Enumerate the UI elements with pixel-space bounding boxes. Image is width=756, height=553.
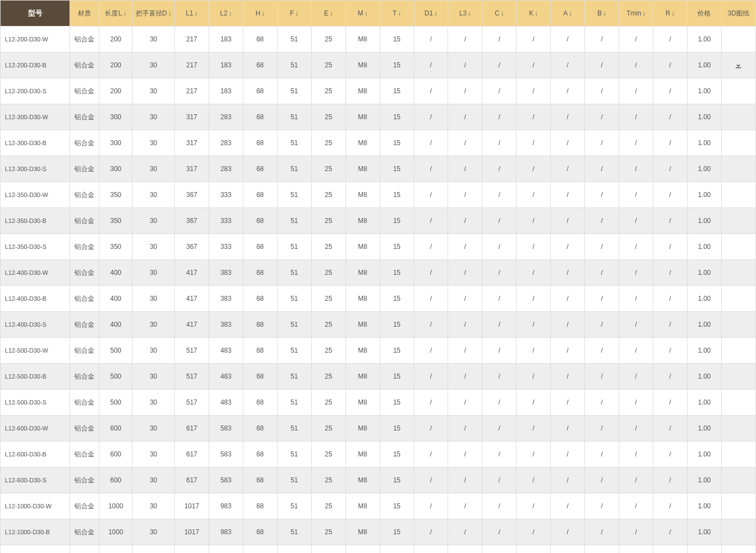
sort-down-icon: ↓	[329, 9, 333, 17]
table-row[interactable]: L12-400-D30-S铝合金40030417383685125M815///…	[1, 312, 756, 338]
table-row[interactable]: L12-1000-D30-B铝合金1000301017983685125M815…	[1, 519, 756, 545]
cell-material: 铝合金	[70, 286, 99, 312]
col-header-h[interactable]: H↓	[243, 1, 277, 26]
col-header-length[interactable]: 长度L↓	[99, 1, 132, 26]
col-header-r[interactable]: R↓	[653, 1, 687, 26]
col-header-t[interactable]: T↓	[380, 1, 414, 26]
table-row[interactable]: L12-300-D30-W铝合金30030317283685125M815///…	[1, 104, 756, 130]
cell-Tmin: /	[619, 286, 653, 312]
cell-B: /	[585, 156, 619, 182]
col-header-a[interactable]: A↓	[551, 1, 585, 26]
cell-L1: 217	[175, 26, 209, 52]
cell-E: 25	[311, 234, 345, 260]
col-header-b[interactable]: B↓	[585, 1, 619, 26]
cell-L1: 317	[175, 104, 209, 130]
table-row[interactable]: L12-500-D30-B铝合金50030517483685125M815///…	[1, 364, 756, 390]
table-row[interactable]: L12-400-D30-B铝合金40030417383685125M815///…	[1, 286, 756, 312]
table-row[interactable]: L12-300-D30-B铝合金30030317283685125M815///…	[1, 130, 756, 156]
sort-down-icon: ↓	[364, 9, 368, 17]
cell-download[interactable]	[721, 52, 755, 78]
table-row[interactable]: L12-350-D30-S铝合金35030367333685125M815///…	[1, 234, 756, 260]
cell-F: 51	[277, 545, 311, 554]
cell-D1: /	[414, 156, 448, 182]
table-row[interactable]: L12-500-D30-S铝合金50030517483685125M815///…	[1, 390, 756, 416]
table-row[interactable]: L12-1000-D30-S铝合金1000301017983685125M815…	[1, 545, 756, 554]
download-icon[interactable]	[734, 61, 743, 68]
cell-T: 15	[380, 208, 414, 234]
table-row[interactable]: L12-400-D30-W铝合金40030417383685125M815///…	[1, 260, 756, 286]
cell-C: /	[482, 390, 517, 416]
cell-Tmin: /	[619, 182, 653, 208]
cell-download	[721, 104, 755, 130]
cell-diameter: 30	[132, 234, 175, 260]
sort-down-icon: ↓	[642, 9, 646, 17]
col-header-price[interactable]: 价格	[687, 1, 721, 26]
cell-M: M8	[345, 312, 380, 338]
cell-C: /	[482, 208, 517, 234]
table-row[interactable]: L12-600-D30-W铝合金60030617583685125M815///…	[1, 416, 756, 442]
col-header-3d[interactable]: 3D图纸	[721, 1, 755, 26]
cell-K: /	[517, 364, 551, 390]
col-header-d1[interactable]: D1↓	[414, 1, 448, 26]
col-header-model[interactable]: 型号	[1, 1, 70, 26]
table-row[interactable]: L12-600-D30-B铝合金60030617583685125M815///…	[1, 442, 756, 467]
cell-R: /	[653, 286, 687, 312]
cell-E: 25	[311, 104, 345, 130]
cell-price: 1.00	[687, 545, 721, 554]
cell-Tmin: /	[619, 312, 653, 338]
table-row[interactable]: L12-200-D30-W铝合金20030217183685125M815///…	[1, 26, 756, 52]
cell-C: /	[482, 442, 517, 467]
col-header-l1[interactable]: L1↓	[175, 1, 209, 26]
cell-B: /	[585, 519, 619, 545]
table-body: L12-200-D30-W铝合金20030217183685125M815///…	[1, 26, 756, 554]
cell-M: M8	[345, 260, 380, 286]
cell-K: /	[517, 156, 551, 182]
col-header-f[interactable]: F↓	[277, 1, 311, 26]
cell-L3: /	[448, 52, 482, 78]
cell-model: L12-200-D30-S	[1, 78, 70, 104]
cell-L3: /	[448, 442, 482, 467]
table-row[interactable]: L12-300-D30-S铝合金30030317283685125M815///…	[1, 156, 756, 182]
cell-L3: /	[448, 78, 482, 104]
table-row[interactable]: L12-200-D30-B铝合金20030217183685125M815///…	[1, 52, 756, 78]
cell-E: 25	[311, 416, 345, 442]
cell-F: 51	[277, 234, 311, 260]
table-row[interactable]: L12-500-D30-W铝合金50030517483685125M815///…	[1, 338, 756, 364]
sort-down-icon: ↓	[535, 9, 538, 17]
cell-diameter: 30	[132, 442, 175, 467]
table-row[interactable]: L12-350-D30-W铝合金35030367333685125M815///…	[1, 182, 756, 208]
col-header-m[interactable]: M↓	[345, 1, 380, 26]
col-header-l3[interactable]: L3↓	[448, 1, 482, 26]
table-row[interactable]: L12-600-D30-S铝合金60030617583685125M815///…	[1, 467, 756, 493]
table-row[interactable]: L12-200-D30-S铝合金20030217183685125M815///…	[1, 78, 756, 104]
cell-K: /	[517, 208, 551, 234]
cell-diameter: 30	[132, 130, 175, 156]
cell-price: 1.00	[687, 519, 721, 545]
cell-price: 1.00	[687, 156, 721, 182]
cell-T: 15	[380, 286, 414, 312]
table-row[interactable]: L12-350-D30-B铝合金35030367333685125M815///…	[1, 208, 756, 234]
col-header-diameter[interactable]: 把手直径D↓	[132, 1, 175, 26]
cell-L3: /	[448, 493, 482, 519]
col-header-material[interactable]: 材质	[70, 1, 99, 26]
col-header-c[interactable]: C↓	[482, 1, 517, 26]
cell-L1: 317	[175, 156, 209, 182]
cell-Tmin: /	[619, 519, 653, 545]
col-header-k[interactable]: K↓	[517, 1, 551, 26]
cell-F: 51	[277, 130, 311, 156]
col-header-e[interactable]: E↓	[311, 1, 345, 26]
cell-M: M8	[345, 286, 380, 312]
col-header-l2[interactable]: L2↓	[209, 1, 243, 26]
col-header-tmin[interactable]: Tmin↓	[619, 1, 653, 26]
cell-Tmin: /	[619, 234, 653, 260]
cell-diameter: 30	[132, 364, 175, 390]
cell-E: 25	[311, 312, 345, 338]
cell-L1: 517	[175, 364, 209, 390]
cell-diameter: 30	[132, 467, 175, 493]
cell-Tmin: /	[619, 130, 653, 156]
table-row[interactable]: L12-1000-D30-W铝合金1000301017983685125M815…	[1, 493, 756, 519]
cell-price: 1.00	[687, 312, 721, 338]
cell-material: 铝合金	[70, 493, 99, 519]
cell-D1: /	[414, 493, 448, 519]
cell-M: M8	[345, 416, 380, 442]
